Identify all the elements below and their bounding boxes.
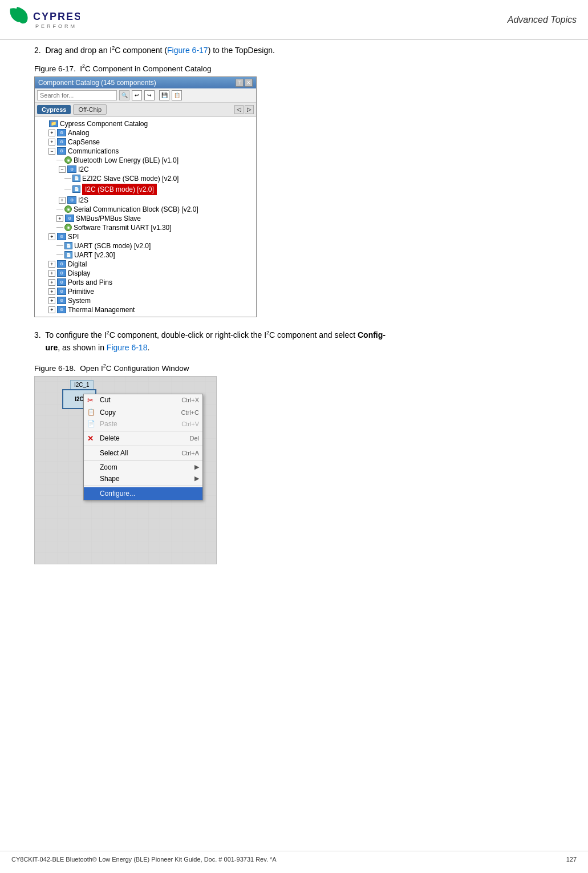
spi-label: SPI [68,233,79,241]
tree-item-i2s[interactable]: + ⚙ I2S [40,196,253,205]
configure-label: Configure... [100,490,135,498]
scb-icon: ◉ [64,205,72,213]
system-label: System [68,297,91,305]
uart-v230-label: UART [v2.30] [74,251,115,259]
menu-separator-4 [84,486,202,486]
tree-item-analog[interactable]: + ⚙ Analog [38,128,253,138]
toolbar-btn3[interactable]: 💾 [159,90,169,100]
expand-spi[interactable]: + [48,233,55,240]
capsense-icon: ⚙ [57,138,66,146]
menu-item-zoom[interactable]: Zoom ▶ [84,462,202,473]
catalog-tabs: Cypress Off-Chip ◁ ▷ [35,103,256,117]
fig18-link[interactable]: Figure 6-18 [107,343,148,352]
menu-item-configure[interactable]: Configure... [84,487,202,500]
tree-item-digital[interactable]: + ⚙ Digital [38,260,253,269]
i2s-label: I2S [78,196,88,204]
tree-item-spi[interactable]: + ⚙ SPI [38,232,253,241]
shape-arrow: ▶ [194,475,199,482]
toolbar-btn2[interactable]: ↪ [144,90,155,100]
expand-analog[interactable]: + [48,130,55,136]
collapse-i2c[interactable]: − [59,166,66,173]
expand-ports[interactable]: + [48,279,55,286]
tree-item-communications[interactable]: − ⚙ Communications [38,147,253,156]
i2c-folder-label: I2C [78,165,89,173]
toolbar-btn4[interactable]: 📋 [172,90,182,100]
ports-icon: ⚙ [57,278,66,286]
analog-icon: ⚙ [57,129,66,136]
selectall-shortcut: Ctrl+A [181,450,199,456]
paste-label: Paste [100,420,117,428]
search-icon[interactable]: 🔍 [119,90,129,100]
ports-label: Ports and Pins [68,278,112,286]
catalog-search-input[interactable] [37,90,117,100]
footer-right: 127 [566,856,577,863]
expand-capsense[interactable]: + [48,139,55,146]
expand-i2s[interactable]: + [59,197,66,204]
catalog-tree: 📁 Cypress Component Catalog + ⚙ Analog +… [35,117,256,317]
tree-item-i2c-folder[interactable]: − ⚙ I2C [40,165,253,174]
menu-item-cut[interactable]: ✂ Cut Ctrl+X [84,394,202,407]
fig17-link[interactable]: Figure 6-17 [167,46,208,55]
svg-text:PERFORM: PERFORM [35,23,77,29]
expand-display[interactable]: + [48,270,55,277]
menu-separator-3 [84,460,202,460]
step3-text: 3. To configure the I2C component, doubl… [34,329,554,354]
tree-item-uart-v230[interactable]: 📄 UART [v2.30] [38,250,253,260]
menu-item-copy[interactable]: 📋 Copy Ctrl+C [84,407,202,418]
tree-item-primitive[interactable]: + ⚙ Primitive [38,287,253,296]
tree-item-sw-uart[interactable]: ◉ Software Transmit UART [v1.30] [38,223,253,232]
tree-item-capsense[interactable]: + ⚙ CapSense [38,138,253,147]
tab-prev[interactable]: ◁ [234,105,244,114]
expand-smbus[interactable]: + [56,215,63,222]
i2c-chip-label: I2C_1 [70,380,94,390]
expand-thermal[interactable]: + [48,306,55,313]
component-catalog-window: Component Catalog (145 components) ⊤ ✕ 🔍… [34,76,257,317]
menu-item-delete[interactable]: ✕ Delete Del [84,433,202,444]
cut-label: Cut [100,396,111,404]
main-content: Drag and drop an I2C component (Figure 6… [0,40,588,587]
expand-primitive[interactable]: + [48,288,55,295]
tree-item-system[interactable]: + ⚙ System [38,296,253,305]
tab-cypress[interactable]: Cypress [37,105,71,114]
pin-button[interactable]: ⊤ [236,79,244,87]
tab-navigation: ◁ ▷ [234,105,254,114]
footer-left: CY8CKIT-042-BLE Bluetooth® Low Energy (B… [11,856,277,863]
cypress-logo: CYPRESS PERFORM [6,4,80,35]
paste-icon: 📄 [87,420,98,427]
logo-area: CYPRESS PERFORM [6,4,80,35]
digital-icon: ⚙ [57,260,66,268]
delete-icon: ✕ [87,434,98,443]
tree-item-ports[interactable]: + ⚙ Ports and Pins [38,278,253,287]
tree-item-smbus[interactable]: + ⚙ SMBus/PMBus Slave [38,214,253,223]
scb-label: Serial Communication Block (SCB) [v2.0] [74,205,198,213]
menu-item-paste: 📄 Paste Ctrl+V [84,418,202,430]
tree-item-ble[interactable]: ◉ Bluetooth Low Energy (BLE) [v1.0] [38,156,253,165]
figure17-caption: Figure 6-17. I2C Component in Component … [34,63,554,73]
menu-item-selectall[interactable]: Select All Ctrl+A [84,447,202,459]
tree-item-i2c-scb[interactable]: 📄 I2C (SCB mode) [v2.0] [38,183,253,196]
catalog-titlebar: Component Catalog (145 components) ⊤ ✕ [35,77,256,88]
root-icon: 📁 [49,120,58,127]
tab-next[interactable]: ▷ [245,105,254,114]
tree-item-display[interactable]: + ⚙ Display [38,269,253,278]
tree-item-ezi2c[interactable]: 📄 EZI2C Slave (SCB mode) [v2.0] [38,174,253,183]
tree-item-scb[interactable]: ◉ Serial Communication Block (SCB) [v2.0… [38,205,253,214]
collapse-comms[interactable]: − [48,148,55,155]
paste-shortcut: Ctrl+V [181,421,199,427]
expand-digital[interactable]: + [48,261,55,268]
expand-system[interactable]: + [48,297,55,304]
toolbar-btn1[interactable]: ↩ [132,90,142,100]
capsense-label: CapSense [68,138,100,146]
menu-item-shape[interactable]: Shape ▶ [84,473,202,484]
delete-label: Delete [100,434,120,442]
tree-item-thermal[interactable]: + ⚙ Thermal Management [38,305,253,314]
thermal-icon: ⚙ [57,306,66,313]
ezi2c-label: EZI2C Slave (SCB mode) [v2.0] [82,175,179,183]
menu-separator-1 [84,431,202,431]
close-button[interactable]: ✕ [245,79,253,87]
tab-offchip[interactable]: Off-Chip [73,104,107,115]
shape-label: Shape [100,475,120,483]
tree-item-uart-scb[interactable]: 📄 UART (SCB mode) [v2.0] [38,241,253,250]
primitive-icon: ⚙ [57,288,66,295]
primitive-label: Primitive [68,288,94,296]
